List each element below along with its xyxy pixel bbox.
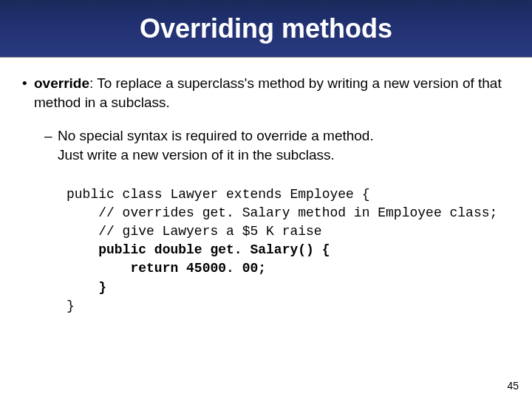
sub-bullet: –No special syntax is required to overri…	[44, 126, 510, 164]
sub-bullet-line2: Just write a new version of it in the su…	[58, 147, 335, 163]
code-line-5b: return 45000. 00;	[130, 261, 266, 276]
code-line-5a	[66, 261, 130, 276]
term-definition: : To replace a superclass's method by wr…	[34, 75, 502, 110]
code-line-4b: public double get. Salary() {	[98, 242, 330, 257]
code-line-7: }	[66, 299, 75, 313]
slide-title: Overriding methods	[140, 13, 392, 44]
code-line-4a	[66, 242, 98, 257]
bullet-dot-icon: •	[22, 74, 34, 93]
main-bullet: •override: To replace a superclass's met…	[22, 74, 510, 112]
bullet-dash-icon: –	[44, 126, 58, 146]
term-override: override	[34, 75, 89, 91]
code-line-6a	[66, 280, 98, 295]
code-line-1: public class Lawyer extends Employee {	[66, 187, 369, 202]
code-block: public class Lawyer extends Employee { /…	[66, 185, 510, 316]
sub-bullet-line1: No special syntax is required to overrid…	[58, 128, 374, 143]
page-number: 45	[507, 380, 519, 392]
code-line-3: // give Lawyers a $5 K raise	[66, 224, 322, 239]
code-line-6b: }	[98, 280, 106, 295]
slide-header: Overriding methods	[0, 0, 532, 58]
slide-content: •override: To replace a superclass's met…	[0, 58, 532, 316]
code-line-2: // overrides get. Salary method in Emplo…	[66, 205, 497, 220]
